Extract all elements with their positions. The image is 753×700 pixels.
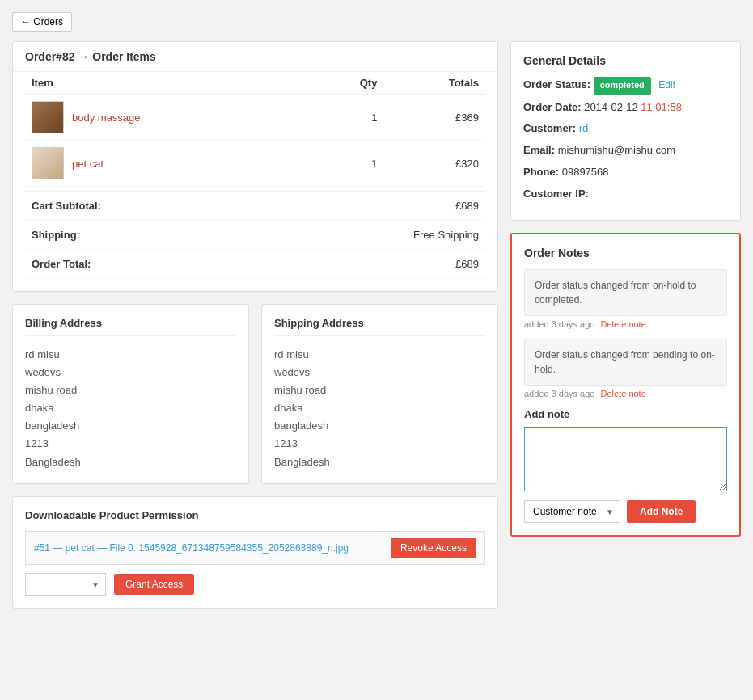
- customer-row: Customer: rd: [523, 120, 728, 137]
- item-total: £320: [383, 141, 485, 187]
- order-notes-card: Order Notes Order status changed from on…: [510, 233, 741, 537]
- order-total-label: Order Total:: [32, 258, 91, 270]
- add-note-section: Add note Customer note ▼ Add Note: [524, 408, 727, 523]
- note-bubble: Order status changed from on-hold to com…: [524, 269, 727, 316]
- note-item: Order status changed from pending to on-…: [524, 339, 727, 398]
- customer-ip-row: Customer IP:: [523, 186, 728, 203]
- add-note-title: Add note: [524, 408, 727, 420]
- general-details-title: General Details: [523, 54, 728, 67]
- grant-select[interactable]: [25, 573, 106, 596]
- shipping-value: Free Shipping: [413, 229, 479, 241]
- col-totals: Totals: [383, 72, 485, 95]
- shipping-label: Shipping:: [32, 229, 80, 241]
- download-file-link[interactable]: #51 — pet cat — File 0: 1545928_67134875…: [34, 542, 391, 554]
- order-total-row: Order Total: £689: [25, 250, 485, 279]
- note-textarea[interactable]: [524, 427, 727, 491]
- note-meta: added 3 days ago Delete note: [524, 389, 727, 398]
- order-status-label: Order Status:: [523, 78, 590, 91]
- order-total-value: £689: [455, 258, 479, 270]
- email-row: Email: mishumishu@mishu.com: [523, 142, 728, 159]
- cart-subtotal-row: Cart Subtotal: £689: [25, 192, 485, 221]
- order-date-value: 2014-02-12: [584, 101, 638, 113]
- product-thumbnail: [32, 147, 64, 179]
- shipping-address-lines: rd misuwedevsmishu roaddhakabangladesh12…: [274, 346, 485, 471]
- note-type-select-wrapper: Customer note ▼: [524, 500, 620, 523]
- billing-address-lines: rd misuwedevsmishu roaddhakabangladesh12…: [25, 346, 236, 471]
- note-item: Order status changed from on-hold to com…: [524, 269, 727, 329]
- product-link[interactable]: body massage: [72, 112, 141, 124]
- email-value: mishumishu@mishu.com: [558, 144, 675, 156]
- download-item: #51 — pet cat — File 0: 1545928_67134875…: [25, 531, 485, 565]
- note-age: added 3 days ago: [524, 389, 594, 398]
- delete-note-link[interactable]: Delete note: [601, 319, 646, 329]
- grant-select-wrapper: ▼: [25, 573, 106, 596]
- customer-label: Customer:: [523, 122, 576, 134]
- customer-ip-label: Customer IP:: [523, 188, 589, 200]
- table-row: body massage 1 £369: [25, 95, 485, 141]
- col-item: Item: [25, 72, 312, 95]
- note-type-select[interactable]: Customer note: [524, 500, 620, 523]
- phone-value: 09897568: [562, 166, 609, 178]
- order-items-header: Order#82 → Order Items: [13, 42, 497, 72]
- item-total: £369: [383, 95, 485, 141]
- download-permissions-card: Downloadable Product Permission #51 — pe…: [12, 496, 498, 609]
- order-status-row: Order Status: completed Edit: [523, 77, 728, 95]
- item-qty: 1: [312, 95, 384, 141]
- note-age: added 3 days ago: [524, 319, 594, 329]
- shipping-row: Shipping: Free Shipping: [25, 221, 485, 250]
- phone-label: Phone:: [523, 166, 559, 178]
- edit-status-link[interactable]: Edit: [658, 79, 675, 91]
- order-items-table: Item Qty Totals body massage: [25, 72, 485, 187]
- col-qty: Qty: [312, 72, 384, 95]
- note-actions: Customer note ▼ Add Note: [524, 500, 727, 523]
- table-row: pet cat 1 £320: [25, 141, 485, 187]
- item-qty: 1: [312, 141, 384, 187]
- billing-address-title: Billing Address: [25, 317, 236, 336]
- order-time-link[interactable]: 11:01:58: [641, 101, 682, 113]
- add-note-button[interactable]: Add Note: [627, 500, 696, 523]
- phone-row: Phone: 09897568: [523, 164, 728, 181]
- grant-access-row: ▼ Grant Access: [25, 573, 485, 596]
- billing-address-card: Billing Address rd misuwedevsmishu roadd…: [12, 304, 249, 484]
- status-badge: completed: [594, 77, 651, 95]
- revoke-access-button[interactable]: Revoke Access: [391, 538, 476, 558]
- order-notes-title: Order Notes: [524, 247, 727, 259]
- email-label: Email:: [523, 144, 555, 156]
- order-date-label: Order Date:: [523, 101, 582, 113]
- back-button[interactable]: ← Orders: [12, 12, 72, 32]
- cart-subtotal-label: Cart Subtotal:: [32, 200, 101, 212]
- order-date-row: Order Date: 2014-02-12 11:01:58: [523, 99, 728, 116]
- grant-access-button[interactable]: Grant Access: [114, 574, 194, 595]
- download-permissions-title: Downloadable Product Permission: [25, 509, 485, 521]
- note-meta: added 3 days ago Delete note: [524, 319, 727, 329]
- cart-subtotal-value: £689: [455, 200, 479, 212]
- product-thumbnail: [32, 101, 64, 133]
- product-link[interactable]: pet cat: [72, 158, 104, 170]
- customer-link[interactable]: rd: [579, 122, 589, 134]
- note-bubble: Order status changed from pending to on-…: [524, 339, 727, 386]
- shipping-address-card: Shipping Address rd misuwedevsmishu road…: [261, 304, 498, 484]
- shipping-address-title: Shipping Address: [274, 317, 485, 336]
- delete-note-link[interactable]: Delete note: [601, 389, 646, 398]
- general-details-card: General Details Order Status: completed …: [510, 41, 741, 221]
